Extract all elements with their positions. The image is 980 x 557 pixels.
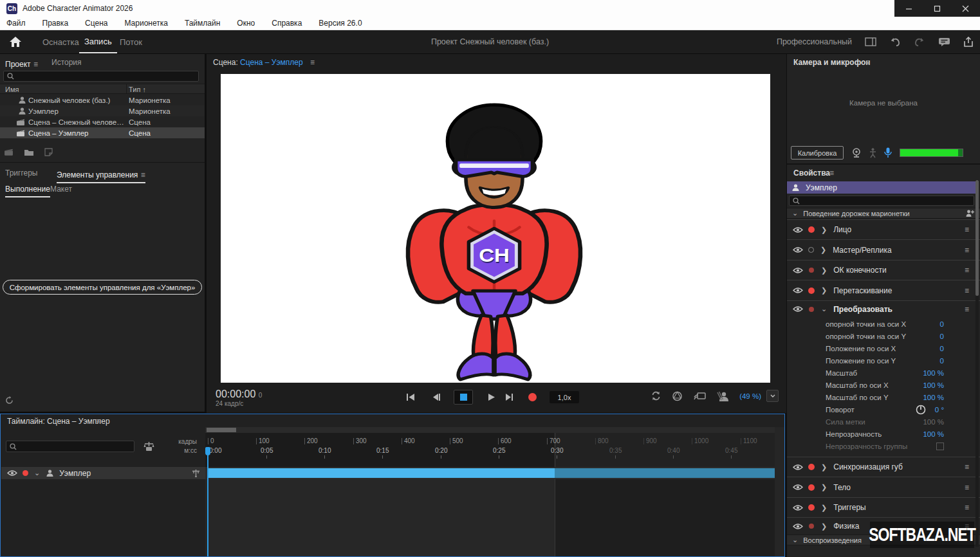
new-scene-icon[interactable] (4, 148, 14, 156)
stop-button[interactable] (454, 390, 473, 405)
add-behavior-icon[interactable] (966, 210, 974, 217)
table-row-scene-snowman[interactable]: Сцена – Снежный человек (баз.) Сцена (0, 116, 205, 127)
chevron-right-icon[interactable]: ❯ (821, 286, 827, 295)
column-name[interactable]: Имя (5, 86, 19, 93)
tab-history[interactable]: История (51, 58, 82, 67)
arm-record-dot[interactable] (808, 247, 814, 253)
close-button[interactable] (956, 2, 975, 15)
workspace-mode-label[interactable]: Профессиональный (777, 37, 852, 46)
camera-panel-menu-icon[interactable]: ≡ (865, 58, 870, 67)
menu-window[interactable]: Окно (237, 19, 255, 28)
timeline-ruler-area[interactable]: 0 100 200 300 400 500 600 700 800 900 10… (205, 427, 775, 556)
behavior-menu-icon[interactable]: ≡ (965, 246, 969, 255)
balance-icon[interactable] (143, 441, 154, 452)
eye-icon[interactable] (793, 287, 803, 294)
screen-share-icon[interactable] (694, 391, 706, 401)
zoom-dropdown-button[interactable] (766, 390, 779, 402)
share-icon[interactable] (963, 37, 974, 48)
eye-icon[interactable] (793, 464, 803, 471)
timeline-menu-icon[interactable]: ≡ (96, 417, 100, 426)
sync-icon[interactable] (651, 391, 661, 401)
microphone-icon[interactable] (884, 147, 892, 158)
prop-value[interactable]: 0 ° (935, 406, 944, 414)
chevron-right-icon[interactable]: ❯ (821, 504, 827, 512)
chevron-right-icon[interactable]: ❯ (821, 266, 827, 275)
playback-speed-button[interactable]: 1,0x (550, 391, 579, 403)
behavior-row-lip-sync[interactable]: ❯ Синхронизация губ ≡ (787, 457, 980, 477)
arm-record-dot[interactable] (808, 226, 815, 233)
prop-value[interactable]: 100 % (923, 381, 944, 389)
panel-layout-icon[interactable] (865, 37, 876, 46)
rotation-dial-icon[interactable] (916, 405, 926, 415)
selected-puppet-row[interactable]: Уэмплер (787, 181, 976, 194)
body-tracking-icon[interactable] (869, 148, 876, 158)
timeline-search-input[interactable] (6, 441, 134, 452)
arm-record-dot[interactable] (809, 268, 814, 273)
behaviors-section-header[interactable]: ⌄ Поведение дорожек марионетки (787, 208, 980, 219)
undo-icon[interactable] (889, 37, 901, 47)
arm-record-dot[interactable] (809, 524, 814, 529)
playhead-marker[interactable] (205, 447, 210, 455)
play-button[interactable] (487, 393, 495, 401)
timeline-v-scrollbar[interactable] (775, 427, 784, 556)
arm-record-dot[interactable] (808, 504, 815, 511)
puppet-rig-icon[interactable] (192, 469, 200, 477)
feedback-icon[interactable] (938, 37, 950, 47)
behavior-row-triggers[interactable]: ❯ Триггеры ≡ (787, 497, 980, 517)
eye-icon[interactable] (793, 523, 803, 530)
chevron-right-icon[interactable]: ❯ (821, 522, 827, 531)
prop-value[interactable]: 0 (940, 320, 944, 328)
arm-record-dot[interactable] (809, 307, 814, 312)
eye-icon[interactable] (793, 504, 803, 511)
behavior-row-transform[interactable]: ⌄ Преобразовать ≡ (787, 300, 980, 317)
eye-icon[interactable] (793, 306, 803, 313)
webcam-icon[interactable] (851, 148, 862, 158)
project-panel-menu-icon[interactable]: ≡ (33, 60, 38, 69)
home-button[interactable] (9, 30, 22, 53)
group-opacity-checkbox[interactable] (936, 443, 944, 450)
scene-menu-icon[interactable]: ≡ (310, 58, 315, 67)
notes-icon[interactable] (44, 148, 53, 156)
behavior-row-face[interactable]: ❯ Лицо ≡ (787, 219, 980, 239)
subtab-perform[interactable]: Выполнение (5, 185, 50, 194)
eye-icon[interactable] (793, 226, 803, 233)
chevron-right-icon[interactable]: ❯ (821, 463, 827, 471)
project-search-input[interactable] (3, 71, 199, 82)
zoom-level-label[interactable]: (49 %) (739, 392, 761, 400)
minimize-button[interactable] (899, 2, 918, 15)
menu-puppet[interactable]: Марионетка (124, 19, 167, 28)
behavior-row-dragger[interactable]: ❯ Перетаскивание ≡ (787, 280, 980, 300)
subtab-layout[interactable]: Макет (50, 185, 72, 194)
timeline-h-scrollbar[interactable] (205, 427, 775, 433)
properties-panel-menu-icon[interactable]: ≡ (829, 169, 834, 178)
redo-icon[interactable] (914, 37, 925, 47)
go-to-start-button[interactable] (406, 393, 416, 401)
behavior-menu-icon[interactable]: ≡ (965, 462, 969, 471)
controls-panel-menu-icon[interactable]: ≡ (141, 170, 145, 179)
behavior-menu-icon[interactable]: ≡ (965, 503, 969, 512)
arm-record-dot[interactable] (23, 470, 28, 476)
tab-project[interactable]: Проект ≡ (5, 58, 38, 69)
behavior-row-master[interactable]: ❯ Мастер/Реплика ≡ (787, 239, 980, 260)
chevron-down-icon[interactable]: ⌄ (821, 305, 827, 313)
table-row-scene-wampler[interactable]: Сцена – Уэмплер Сцена (0, 127, 205, 138)
tab-controls[interactable]: Элементы управления ≡ (57, 169, 145, 180)
behavior-menu-icon[interactable]: ≡ (965, 266, 969, 275)
menu-help[interactable]: Справка (272, 19, 302, 28)
arm-record-dot[interactable] (808, 464, 815, 470)
chevron-right-icon[interactable]: ❯ (821, 226, 827, 234)
chevron-right-icon[interactable]: ❯ (821, 483, 827, 491)
eye-icon[interactable] (793, 246, 803, 253)
prop-value[interactable]: 0 (940, 345, 944, 352)
properties-search-input[interactable] (789, 196, 974, 206)
track-row-wampler[interactable]: ⌄ Уэмплер (1, 467, 205, 479)
behavior-menu-icon[interactable]: ≡ (965, 305, 969, 314)
scene-name-link[interactable]: Сцена – Уэмплер (240, 58, 303, 67)
tab-record[interactable]: Запись (79, 30, 117, 53)
calibrate-button[interactable]: Калибровка (791, 146, 844, 160)
table-row-puppet-wampler[interactable]: Уэмплер Марионетка (0, 105, 205, 116)
behavior-row-limb-ik[interactable]: ❯ ОК конечности ≡ (787, 260, 980, 280)
take-bar-overflow[interactable] (555, 468, 775, 478)
tab-stream[interactable]: Поток (115, 30, 147, 53)
menu-timeline[interactable]: Таймлайн (185, 19, 220, 28)
